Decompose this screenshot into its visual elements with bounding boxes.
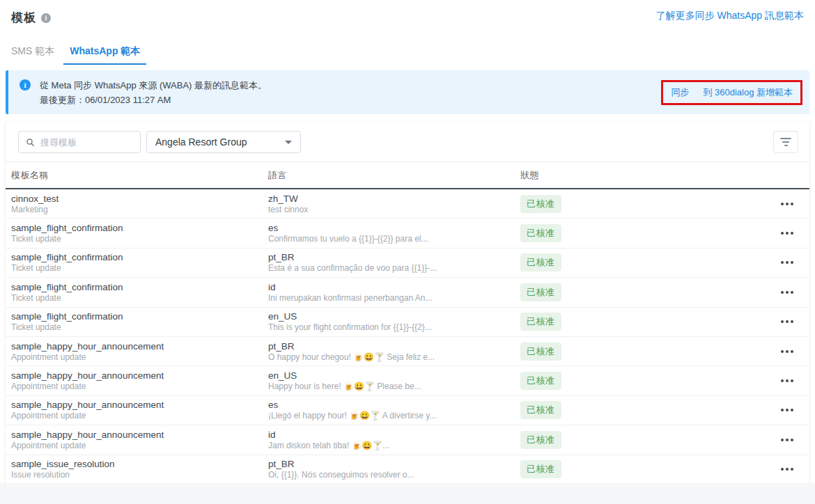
status-badge: 已核准 bbox=[520, 313, 561, 331]
page-title: 模板 bbox=[11, 10, 36, 26]
template-status-cell: 已核准 bbox=[520, 342, 770, 361]
row-menu-cell bbox=[770, 462, 804, 476]
learn-more-link[interactable]: 了解更多同步 WhatsApp 訊息範本 bbox=[656, 10, 804, 22]
account-selector[interactable]: Angela Resort Group bbox=[146, 131, 301, 153]
more-options-button[interactable] bbox=[770, 255, 804, 269]
table-row[interactable]: sample_issue_resolution Issue resolution… bbox=[6, 455, 809, 485]
template-preview: Jam diskon telah tiba! 🍺😀🍸... bbox=[268, 441, 520, 451]
more-options-button[interactable] bbox=[770, 197, 804, 211]
template-status-cell: 已核准 bbox=[520, 372, 770, 390]
status-badge: 已核准 bbox=[520, 460, 561, 478]
account-selector-value: Angela Resort Group bbox=[155, 136, 247, 148]
banner-line1: 從 Meta 同步 WhatsApp 來源 (WABA) 最新的訊息範本。 bbox=[40, 78, 267, 93]
template-language: id bbox=[268, 429, 520, 441]
template-status-cell: 已核准 bbox=[520, 401, 770, 419]
template-category: Appointment update bbox=[11, 352, 268, 363]
template-status-cell: 已核准 bbox=[520, 224, 770, 242]
status-badge: 已核准 bbox=[520, 253, 561, 271]
add-template-360dialog-link[interactable]: 到 360dialog 新增範本 bbox=[703, 86, 793, 99]
status-badge: 已核准 bbox=[520, 401, 561, 419]
template-name-cell: sample_happy_hour_announcement Appointme… bbox=[11, 370, 268, 392]
filter-icon bbox=[780, 138, 791, 139]
header-status: 狀態 bbox=[520, 169, 770, 182]
more-options-icon bbox=[781, 203, 784, 205]
template-language-cell: pt_BR Oi, {{1}}. Nós conseguimos resolve… bbox=[268, 458, 520, 480]
table-row[interactable]: sample_flight_confirmation Ticket update… bbox=[6, 249, 809, 278]
template-name: sample_flight_confirmation bbox=[11, 281, 268, 293]
template-category: Ticket update bbox=[11, 263, 268, 274]
tab-sms-templates[interactable]: SMS 範本 bbox=[5, 38, 61, 65]
template-language-cell: id Jam diskon telah tiba! 🍺😀🍸... bbox=[268, 429, 520, 451]
template-category: Ticket update bbox=[11, 322, 268, 333]
more-options-button[interactable] bbox=[770, 374, 804, 388]
more-options-button[interactable] bbox=[770, 226, 804, 240]
more-options-button[interactable] bbox=[770, 403, 804, 417]
page-background-strip bbox=[0, 483, 815, 504]
template-table-body: cinnox_test Marketing zh_TW test cinnox … bbox=[6, 189, 809, 485]
search-input[interactable] bbox=[40, 137, 133, 148]
tab-whatsapp-templates[interactable]: WhatsApp 範本 bbox=[63, 38, 146, 65]
more-options-icon bbox=[781, 261, 784, 264]
template-name: sample_happy_hour_announcement bbox=[11, 429, 268, 441]
table-row[interactable]: sample_happy_hour_announcement Appointme… bbox=[6, 337, 809, 366]
template-name-cell: sample_flight_confirmation Ticket update bbox=[11, 222, 268, 244]
template-language: es bbox=[268, 399, 520, 411]
title-info-icon[interactable]: i bbox=[41, 13, 51, 23]
row-menu-cell bbox=[770, 285, 804, 299]
template-preview: Confirmamos tu vuelo a {{1}}-{{2}} para … bbox=[268, 234, 520, 244]
search-box[interactable] bbox=[18, 131, 141, 153]
template-name: sample_happy_hour_announcement bbox=[11, 340, 268, 352]
template-language: en_US bbox=[268, 310, 520, 322]
more-options-icon bbox=[781, 409, 784, 411]
status-badge: 已核准 bbox=[520, 431, 561, 449]
more-options-icon bbox=[781, 232, 784, 235]
more-options-button[interactable] bbox=[770, 285, 804, 299]
table-row[interactable]: cinnox_test Marketing zh_TW test cinnox … bbox=[6, 189, 809, 219]
chevron-down-icon bbox=[285, 141, 292, 144]
template-category: Ticket update bbox=[11, 234, 268, 244]
filter-button[interactable] bbox=[773, 131, 798, 153]
table-row[interactable]: sample_happy_hour_announcement Appointme… bbox=[6, 396, 809, 425]
table-row[interactable]: sample_happy_hour_announcement Appointme… bbox=[6, 366, 809, 395]
template-preview: Happy hour is here! 🍺😀🍸 Please be... bbox=[268, 381, 520, 392]
template-language: id bbox=[268, 281, 520, 293]
more-options-button[interactable] bbox=[770, 315, 804, 329]
template-name-cell: sample_flight_confirmation Ticket update bbox=[11, 281, 268, 304]
template-preview: Oi, {{1}}. Nós conseguimos resolver o... bbox=[268, 470, 520, 480]
more-options-icon bbox=[781, 291, 784, 294]
table-row[interactable]: sample_flight_confirmation Ticket update… bbox=[6, 278, 809, 307]
row-menu-cell bbox=[770, 345, 804, 359]
template-preview: Ini merupakan konfirmasi penerbangan An.… bbox=[268, 293, 520, 304]
table-row[interactable]: sample_flight_confirmation Ticket update… bbox=[6, 219, 809, 248]
template-status-cell: 已核准 bbox=[520, 313, 770, 331]
more-options-button[interactable] bbox=[770, 345, 804, 359]
more-options-icon bbox=[781, 439, 784, 441]
more-options-button[interactable] bbox=[770, 433, 804, 447]
template-preview: Esta é a sua confirmação de voo para {{1… bbox=[268, 263, 520, 274]
table-row[interactable]: sample_happy_hour_announcement Appointme… bbox=[6, 425, 809, 455]
row-menu-cell bbox=[770, 433, 804, 447]
header-language: 語言 bbox=[268, 169, 520, 182]
sync-button[interactable]: 同步 bbox=[671, 86, 689, 99]
template-name-cell: cinnox_test Marketing bbox=[11, 193, 268, 215]
page-header: 模板 i 了解更多同步 WhatsApp 訊息範本 bbox=[0, 0, 815, 26]
status-badge: 已核准 bbox=[520, 224, 561, 242]
template-name: sample_happy_hour_announcement bbox=[11, 370, 268, 381]
template-status-cell: 已核准 bbox=[520, 253, 770, 271]
table-row[interactable]: sample_flight_confirmation Ticket update… bbox=[6, 308, 809, 337]
template-name-cell: sample_flight_confirmation Ticket update bbox=[11, 310, 268, 333]
template-language-cell: pt_BR Esta é a sua confirmação de voo pa… bbox=[268, 251, 520, 274]
more-options-button[interactable] bbox=[770, 462, 804, 476]
more-options-icon bbox=[781, 379, 784, 382]
template-name: sample_issue_resolution bbox=[11, 458, 268, 470]
templates-card: Angela Resort Group 模板名稱 語言 狀態 cinnox_te… bbox=[6, 121, 809, 485]
annotation-box: 同步 到 360dialog 新增範本 bbox=[661, 80, 802, 105]
template-status-cell: 已核准 bbox=[520, 283, 770, 301]
template-preview: ¡Llegó el happy hour! 🍺😀🍸 A divertirse y… bbox=[268, 411, 520, 421]
template-language: es bbox=[268, 222, 520, 234]
template-category: Issue resolution bbox=[11, 470, 268, 480]
row-menu-cell bbox=[770, 315, 804, 329]
row-menu-cell bbox=[770, 374, 804, 388]
template-language: pt_BR bbox=[268, 251, 520, 263]
template-language-cell: id Ini merupakan konfirmasi penerbangan … bbox=[268, 281, 520, 304]
